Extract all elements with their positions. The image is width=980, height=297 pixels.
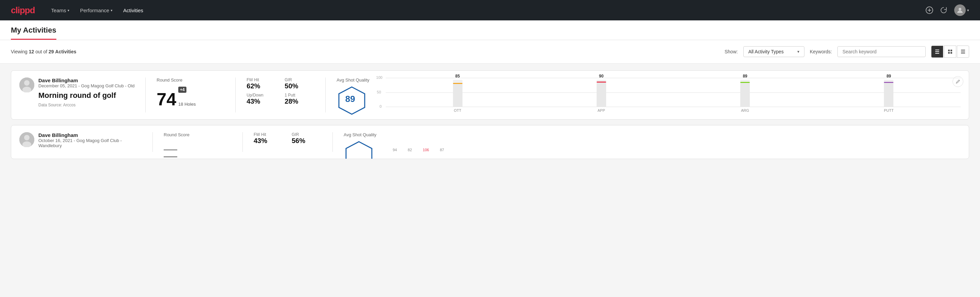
one-putt-value: 28% (285, 97, 315, 105)
bar-arg: 89 (673, 74, 817, 115)
filters-bar: Viewing 12 out of 29 Activities Show: Al… (0, 40, 980, 64)
fw-hit-value: 62% (247, 82, 277, 90)
fw-hit-label: FW Hit (254, 132, 283, 137)
divider (325, 77, 326, 112)
svg-point-20 (24, 135, 30, 141)
stats-grid: FW Hit 62% GIR 50% Up/Down 43% 1 Putt 28… (247, 77, 315, 105)
avatar (19, 77, 34, 93)
svg-rect-8 (950, 50, 952, 51)
round-score-section: Round Score 74 +4 18 Holes (156, 77, 224, 108)
activity-card: Dave Billingham December 05, 2021 - Gog … (11, 70, 969, 120)
nav-activities[interactable]: Activities (123, 6, 143, 14)
one-putt-label: 1 Putt (285, 93, 315, 97)
avg-shot-quality-section: Avg Shot Quality 948210687 (344, 132, 961, 159)
activities-list: Dave Billingham December 05, 2021 - Gog … (0, 64, 980, 171)
svg-marker-22 (346, 142, 372, 159)
svg-rect-12 (961, 51, 965, 52)
gir-stat: GIR 56% (292, 132, 321, 145)
stats-section: FW Hit 43% GIR 56% (254, 132, 321, 145)
user-avatar (954, 5, 966, 16)
svg-rect-4 (935, 50, 939, 50)
score-display: 74 +4 18 Holes (156, 87, 224, 108)
gir-label: GIR (292, 132, 321, 137)
activity-meta: Dave Billingham December 05, 2021 - Gog … (38, 77, 134, 107)
player-name: Dave Billingham (38, 77, 134, 83)
activity-card: Dave Billingham October 16, 2021 - Gog M… (11, 125, 969, 159)
activity-date: December 05, 2021 - Gog Magog Golf Club … (38, 83, 134, 88)
activity-date: October 16, 2021 - Gog Magog Golf Club -… (38, 138, 142, 148)
round-score-section: Round Score — (164, 132, 232, 157)
activity-type-select[interactable]: All Activity Types ▾ (743, 46, 805, 57)
updown-value: 43% (247, 97, 277, 105)
svg-rect-7 (948, 50, 950, 51)
divider (153, 132, 153, 152)
fw-hit-label: FW Hit (247, 77, 277, 82)
bar-putt: 89 (817, 74, 961, 115)
svg-rect-10 (950, 52, 952, 54)
user-avatar-wrapper[interactable]: ▾ (954, 5, 969, 16)
svg-point-3 (959, 8, 961, 11)
svg-rect-5 (935, 51, 939, 52)
nav-performance[interactable]: Performance ▾ (80, 6, 112, 14)
nav-teams[interactable]: Teams ▾ (51, 6, 69, 14)
svg-rect-14 (961, 53, 965, 54)
refresh-button[interactable] (940, 6, 947, 14)
bar-ott: 85 (386, 74, 530, 115)
svg-point-16 (24, 80, 30, 86)
round-score-label: Round Score (156, 77, 224, 83)
gir-stat: GIR 50% (285, 77, 315, 90)
navbar: clippd Teams ▾ Performance ▾ Activities (0, 0, 980, 21)
gir-label: GIR (285, 77, 315, 82)
logo[interactable]: clippd (11, 5, 35, 16)
divider (242, 132, 243, 152)
avg-shot-quality-section: Avg Shot Quality 89 100 (337, 77, 961, 112)
teams-chevron-icon: ▾ (68, 8, 69, 12)
activity-source: Data Source: Arccos (38, 103, 134, 107)
svg-rect-11 (961, 50, 965, 50)
show-label: Show: (725, 49, 738, 54)
divider (145, 77, 146, 112)
updown-label: Up/Down (247, 93, 277, 97)
avg-shot-title: Avg Shot Quality (337, 77, 369, 83)
hex-quality-value: 89 (345, 94, 355, 104)
score-holes: 18 Holes (178, 102, 196, 107)
avg-shot-title: Avg Shot Quality (344, 132, 377, 137)
keywords-label: Keywords: (810, 49, 832, 54)
viewing-count-text: Viewing 12 out of 29 Activities (11, 49, 76, 54)
fw-hit-value: 43% (254, 137, 283, 145)
round-score-label: Round Score (164, 132, 232, 137)
search-input[interactable] (837, 46, 926, 57)
updown-stat: Up/Down 43% (247, 93, 277, 105)
activity-info: Dave Billingham December 05, 2021 - Gog … (19, 77, 134, 107)
score-value: 74 (156, 90, 176, 108)
score-badge: +4 (178, 87, 186, 93)
grid-view-button[interactable] (944, 46, 956, 58)
compact-view-button[interactable] (957, 46, 969, 58)
svg-rect-9 (948, 52, 950, 54)
divider (332, 132, 333, 152)
svg-rect-13 (961, 52, 965, 53)
fw-hit-stat: FW Hit 43% (254, 132, 283, 145)
avatar (19, 132, 34, 147)
gir-value: 56% (292, 137, 321, 145)
bar-app: 90 (530, 74, 673, 115)
view-toggle-group (931, 46, 969, 58)
bar-chart-area: 100 50 0 85 (375, 78, 961, 112)
activity-type-chevron-icon: ▾ (797, 49, 799, 54)
stats-grid: FW Hit 43% GIR 56% (254, 132, 321, 145)
gir-value: 50% (285, 82, 315, 90)
performance-chevron-icon: ▾ (111, 8, 112, 12)
shot-quality-hexagon: 89 (337, 85, 364, 112)
activity-meta: Dave Billingham October 16, 2021 - Gog M… (38, 132, 142, 151)
shot-quality-hexagon (344, 140, 371, 159)
fw-hit-stat: FW Hit 62% (247, 77, 277, 90)
stats-section: FW Hit 62% GIR 50% Up/Down 43% 1 Putt 28… (247, 77, 315, 105)
list-view-button[interactable] (931, 46, 943, 58)
activity-info: Dave Billingham October 16, 2021 - Gog M… (19, 132, 142, 151)
page-header: My Activities (0, 21, 980, 40)
one-putt-stat: 1 Putt 28% (285, 93, 315, 105)
activity-title: Morning round of golf (38, 91, 134, 100)
page-title: My Activities (11, 26, 56, 40)
add-button[interactable] (926, 6, 933, 14)
player-name: Dave Billingham (38, 132, 142, 138)
